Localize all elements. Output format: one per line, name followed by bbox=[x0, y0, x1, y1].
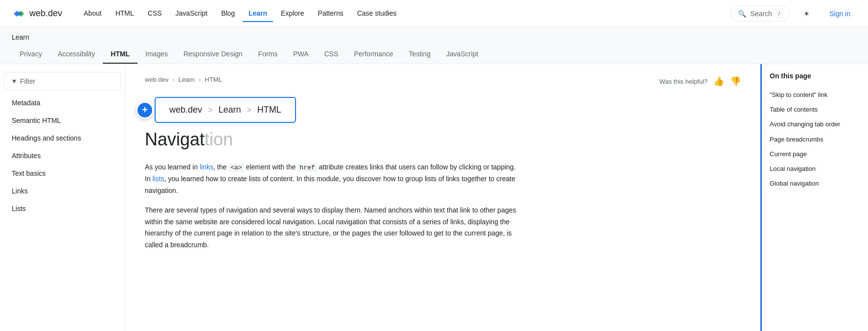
sidebar-item-links[interactable]: Links bbox=[0, 182, 125, 200]
nav-css[interactable]: CSS bbox=[142, 5, 168, 22]
sidebar-item-lists[interactable]: Lists bbox=[0, 200, 125, 217]
main-layout: ▾ Filter Metadata Semantic HTML Headings… bbox=[0, 64, 868, 331]
learn-section-title: Learn bbox=[12, 27, 856, 45]
link-lists[interactable]: lists bbox=[153, 175, 164, 183]
sidebar-items-list: Metadata Semantic HTML Headings and sect… bbox=[0, 94, 125, 217]
tab-privacy[interactable]: Privacy bbox=[12, 45, 50, 64]
sidebar-item-semantic-html[interactable]: Semantic HTML bbox=[0, 112, 125, 129]
search-bar[interactable]: 🔍 Search / bbox=[731, 6, 790, 22]
popup-html: HTML bbox=[257, 105, 281, 115]
nav-about[interactable]: About bbox=[78, 5, 108, 22]
toc-skip-to-content[interactable]: "Skip to content" link bbox=[770, 88, 868, 102]
toc-local-navigation[interactable]: Local navigation bbox=[770, 162, 868, 176]
tab-forms[interactable]: Forms bbox=[251, 45, 286, 64]
link-links[interactable]: links bbox=[200, 163, 213, 171]
breadcrumb-popup: web.dev > Learn > HTML bbox=[155, 97, 296, 123]
tab-javascript[interactable]: JavaScript bbox=[438, 45, 486, 64]
tab-pwa[interactable]: PWA bbox=[285, 45, 316, 64]
toc-global-navigation[interactable]: Global navigation bbox=[770, 176, 868, 191]
nav-html[interactable]: HTML bbox=[110, 5, 140, 22]
code-a: <a> bbox=[228, 164, 244, 172]
category-tabs: Privacy Accessibility HTML Images Respon… bbox=[12, 45, 856, 64]
breadcrumb-html[interactable]: HTML bbox=[205, 76, 222, 83]
nav-patterns[interactable]: Patterns bbox=[312, 5, 349, 22]
helpful-label: Was this helpful? bbox=[659, 78, 708, 85]
nav-explore[interactable]: Explore bbox=[275, 5, 310, 22]
code-href: href bbox=[297, 164, 317, 172]
breadcrumb-popup-wrapper: + web.dev > Learn > HTML bbox=[145, 97, 296, 123]
nav-links: About HTML CSS JavaScript Blog Learn Exp… bbox=[78, 5, 731, 22]
breadcrumb: web.dev › Learn › HTML bbox=[145, 76, 222, 83]
content-paragraph-1: As you learned in links, the <a> element… bbox=[145, 162, 517, 197]
on-this-page-title: On this page bbox=[770, 72, 868, 80]
content-paragraph-2: There are several types of navigation an… bbox=[145, 205, 517, 251]
tab-responsive-design[interactable]: Responsive Design bbox=[176, 45, 251, 64]
logo-link[interactable]: web.dev bbox=[12, 7, 62, 21]
secondary-navigation: Learn Privacy Accessibility HTML Images … bbox=[0, 27, 868, 64]
left-sidebar: ▾ Filter Metadata Semantic HTML Headings… bbox=[0, 64, 125, 331]
right-sidebar: On this page "Skip to content" link Tabl… bbox=[760, 64, 868, 331]
page-title: Navigattion bbox=[145, 129, 741, 150]
zoom-magnifier-icon: + bbox=[136, 101, 154, 119]
breadcrumb-webdev[interactable]: web.dev bbox=[145, 76, 168, 83]
breadcrumb-sep-2: › bbox=[199, 76, 201, 83]
page-title-cut: tion bbox=[205, 129, 233, 149]
nav-learn[interactable]: Learn bbox=[243, 5, 273, 22]
tab-css[interactable]: CSS bbox=[317, 45, 346, 64]
search-label: Search bbox=[750, 10, 772, 18]
sidebar-item-text-basics[interactable]: Text basics bbox=[0, 165, 125, 182]
breadcrumb-sep-1: › bbox=[172, 76, 174, 83]
nav-case-studies[interactable]: Case studies bbox=[351, 5, 403, 22]
toc-current-page[interactable]: Current page bbox=[770, 147, 868, 162]
toc-avoid-tab-order[interactable]: Avoid changing tab order bbox=[770, 117, 868, 132]
filter-label: Filter bbox=[20, 77, 35, 85]
popup-sep-2: > bbox=[247, 106, 251, 115]
thumbs-down-button[interactable]: 👎 bbox=[730, 76, 741, 87]
page-title-text: Navigat bbox=[145, 129, 205, 149]
search-slash: / bbox=[776, 9, 782, 18]
content-area: web.dev › Learn › HTML Was this helpful?… bbox=[125, 64, 760, 331]
popup-sep-1: > bbox=[208, 106, 212, 115]
tab-testing[interactable]: Testing bbox=[401, 45, 438, 64]
popup-learn: Learn bbox=[218, 105, 241, 115]
sidebar-item-attributes[interactable]: Attributes bbox=[0, 147, 125, 165]
sidebar-item-metadata[interactable]: Metadata bbox=[0, 94, 125, 112]
top-navigation: web.dev About HTML CSS JavaScript Blog L… bbox=[0, 0, 868, 27]
theme-toggle-button[interactable]: ☀ bbox=[798, 7, 816, 21]
breadcrumb-learn[interactable]: Learn bbox=[179, 76, 195, 83]
toc-page-breadcrumbs[interactable]: Page breadcrumbs bbox=[770, 132, 868, 147]
tab-html[interactable]: HTML bbox=[103, 45, 137, 64]
helpful-area: Was this helpful? 👍 👎 bbox=[659, 76, 741, 87]
logo-text: web.dev bbox=[29, 8, 62, 19]
tab-performance[interactable]: Performance bbox=[346, 45, 401, 64]
sidebar-item-headings[interactable]: Headings and sections bbox=[0, 129, 125, 147]
tab-images[interactable]: Images bbox=[137, 45, 176, 64]
nav-javascript[interactable]: JavaScript bbox=[170, 5, 213, 22]
signin-button[interactable]: Sign in bbox=[823, 7, 856, 21]
filter-bar[interactable]: ▾ Filter bbox=[4, 72, 121, 90]
search-icon: 🔍 bbox=[738, 10, 746, 18]
logo-icon bbox=[12, 7, 25, 21]
filter-icon: ▾ bbox=[12, 76, 16, 86]
tab-accessibility[interactable]: Accessibility bbox=[50, 45, 103, 64]
popup-webdev: web.dev bbox=[169, 105, 202, 115]
nav-blog[interactable]: Blog bbox=[215, 5, 241, 22]
thumbs-up-button[interactable]: 👍 bbox=[713, 76, 724, 87]
toc-table-of-contents[interactable]: Table of contents bbox=[770, 102, 868, 117]
top-nav-right: 🔍 Search / ☀ Sign in bbox=[731, 6, 856, 22]
